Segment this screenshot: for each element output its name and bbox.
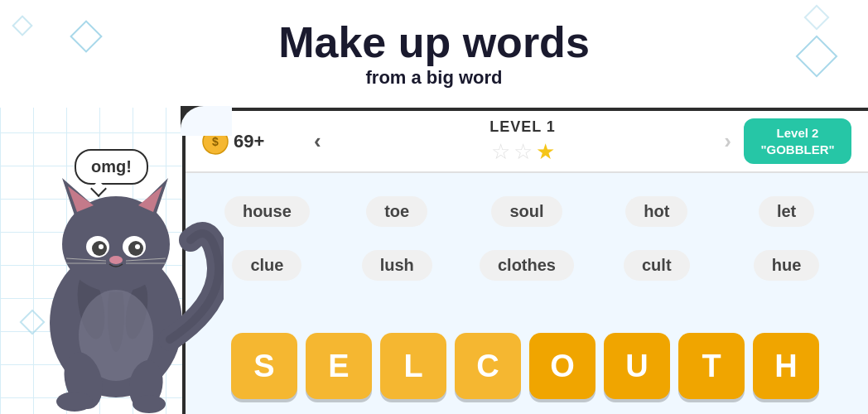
level2-badge[interactable]: Level 2 "GOBBLER": [744, 118, 851, 164]
tile-T[interactable]: T: [678, 333, 745, 399]
sub-title: from a big word: [366, 67, 503, 89]
word-pill-hot: hot: [625, 196, 687, 227]
words-area: house toe soul hot let clue lush: [186, 173, 868, 297]
tile-E[interactable]: E: [306, 333, 372, 399]
tile-C[interactable]: C: [455, 333, 521, 399]
tile-S[interactable]: S: [231, 333, 297, 399]
main-title: Make up words: [278, 19, 590, 66]
svg-point-26: [133, 395, 166, 413]
svg-point-25: [56, 392, 93, 412]
word-pill-clothes: clothes: [480, 250, 574, 281]
stars-row: ☆ ☆ ★: [491, 139, 555, 165]
nav-right-arrow[interactable]: ›: [711, 128, 744, 154]
star-2: ☆: [514, 139, 533, 165]
word-pill-clue: clue: [232, 250, 301, 281]
level-label: LEVEL 1: [489, 118, 556, 136]
word-cell-toe[interactable]: toe: [332, 188, 462, 235]
game-top-bar: $ 69+ ‹ LEVEL 1 ☆ ☆ ★ › Level 2 "GOBBLER…: [186, 111, 868, 173]
word-pill-soul: soul: [491, 196, 562, 227]
word-pill-let: let: [759, 196, 814, 227]
tile-H[interactable]: H: [753, 333, 819, 399]
top-section: Make up words from a big word: [0, 0, 868, 108]
level2-line2: "GOBBLER": [759, 142, 837, 158]
word-cell-cult[interactable]: cult: [591, 242, 721, 289]
svg-point-15: [99, 244, 104, 249]
svg-point-17: [109, 256, 123, 264]
tiles-row: S E L C O U T H: [182, 333, 868, 399]
word-cell-hue[interactable]: hue: [721, 242, 851, 289]
word-cell-let[interactable]: let: [721, 188, 851, 235]
word-cell-soul[interactable]: soul: [462, 188, 592, 235]
word-pill-house: house: [224, 196, 310, 227]
level-center: LEVEL 1 ☆ ☆ ★: [334, 118, 712, 165]
word-cell-clothes[interactable]: clothes: [462, 242, 592, 289]
svg-point-16: [135, 244, 140, 249]
star-3: ★: [536, 139, 555, 165]
word-pill-hue: hue: [754, 250, 820, 281]
level2-line1: Level 2: [759, 125, 837, 142]
word-pill-toe: toe: [366, 196, 427, 227]
tile-U[interactable]: U: [604, 333, 670, 399]
word-cell-lush[interactable]: lush: [332, 242, 462, 289]
speech-text: omg!: [91, 157, 132, 176]
word-pill-lush: lush: [362, 250, 432, 281]
words-row-2: clue lush clothes cult hue: [202, 242, 851, 289]
tile-O[interactable]: O: [529, 333, 596, 399]
word-pill-cult: cult: [624, 250, 690, 281]
word-cell-hot[interactable]: hot: [591, 188, 721, 235]
words-row-1: house toe soul hot let: [202, 188, 851, 235]
star-1: ☆: [491, 139, 510, 165]
coin-count: 69+: [234, 131, 264, 152]
speech-bubble: omg!: [75, 149, 148, 185]
tile-L[interactable]: L: [380, 333, 446, 399]
nav-left-arrow[interactable]: ‹: [301, 128, 334, 154]
cat-area: omg!: [0, 99, 232, 414]
